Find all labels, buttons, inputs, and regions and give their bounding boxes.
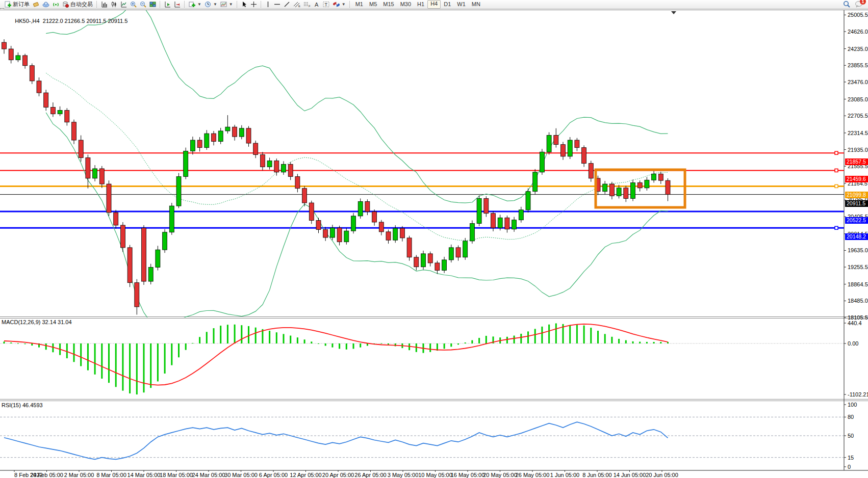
candle-body — [127, 248, 132, 283]
chart-canvas[interactable]: 25005.524626.024235.023855.523476.023085… — [0, 9, 868, 478]
candle-body — [2, 42, 7, 49]
trendline-button[interactable] — [282, 1, 292, 9]
macd-histogram-bar — [429, 343, 431, 352]
tile-windows-button[interactable] — [148, 1, 158, 9]
candle-body — [218, 131, 223, 142]
auto-trading-button[interactable]: 自动交易 — [61, 1, 94, 9]
arrows-button[interactable]: ▼ — [331, 1, 347, 9]
templates-button[interactable]: ▼ — [219, 1, 235, 9]
macd-histogram-bar — [192, 343, 193, 343]
bar-chart-icon — [101, 1, 108, 8]
candle-body — [205, 134, 209, 148]
fibonacci-icon: F — [303, 1, 311, 8]
line-handle[interactable] — [835, 184, 838, 188]
macd-histogram-bar — [360, 343, 361, 348]
timeframe-button-h4[interactable]: H4 — [427, 0, 441, 9]
macd-histogram-bar — [353, 343, 354, 349]
timeframe-button-m30[interactable]: M30 — [397, 1, 414, 8]
macd-histogram-bar — [241, 325, 242, 343]
line-handle[interactable] — [835, 151, 838, 154]
candle-body — [400, 228, 404, 238]
bar-chart-button[interactable] — [99, 1, 109, 9]
macd-histogram-bar — [297, 337, 298, 343]
candle-body — [302, 189, 307, 203]
candle-body — [253, 143, 258, 154]
timeframe-button-m1[interactable]: M1 — [352, 1, 366, 8]
candle-body — [498, 218, 502, 228]
candle-body — [72, 122, 76, 140]
macd-histogram-bar — [311, 341, 312, 343]
time-axis-label: 24 Feb 05:00 — [30, 472, 63, 478]
macd-histogram-bar — [129, 343, 131, 393]
candle-chart-button[interactable] — [109, 1, 119, 9]
timeframe-button-m15[interactable]: M15 — [380, 1, 397, 8]
candle-body — [386, 232, 391, 240]
timeframe-button-d1[interactable]: D1 — [441, 1, 454, 8]
macd-histogram-bar — [283, 334, 285, 343]
price-axis-tick: 23855.5 — [848, 62, 868, 68]
eraser-button[interactable] — [31, 1, 41, 9]
candle-body — [533, 172, 538, 192]
price-axis-tick: 18485.0 — [848, 298, 868, 304]
candle-body — [631, 182, 635, 198]
equidistant-channel-button[interactable]: E — [292, 1, 302, 9]
crosshair-button[interactable] — [249, 1, 259, 9]
trendline-icon — [284, 1, 290, 8]
candle-body — [393, 228, 398, 240]
horizontal-line-icon — [274, 1, 280, 8]
text-button[interactable]: A — [312, 1, 321, 9]
candle-body — [421, 254, 426, 267]
chart-window: 25005.524626.024235.023855.523476.023085… — [0, 9, 868, 478]
candle-body — [463, 241, 468, 257]
candle-body — [428, 254, 432, 263]
fibonacci-button[interactable]: F — [302, 1, 312, 9]
indicators-button[interactable]: ▼ — [187, 1, 203, 9]
rsi-axis-tick: 80 — [848, 414, 854, 420]
timeframe-button-w1[interactable]: W1 — [454, 1, 469, 8]
vertical-line-button[interactable] — [264, 1, 272, 9]
cursor-button[interactable] — [240, 1, 249, 9]
macd-histogram-bar — [94, 343, 96, 375]
candle-body — [65, 111, 69, 122]
search-icon[interactable] — [843, 1, 851, 8]
profile-button[interactable] — [41, 1, 51, 9]
zoom-in-button[interactable] — [129, 1, 138, 9]
macd-histogram-bar — [325, 343, 326, 346]
zoom-in-icon — [130, 1, 137, 8]
rsi-axis-tick: 0 — [848, 464, 851, 470]
candle-body — [169, 206, 174, 232]
timeframe-button-mn[interactable]: MN — [469, 1, 483, 8]
chart-shift-button[interactable] — [172, 1, 182, 9]
macd-histogram-bar — [164, 343, 166, 374]
candle-body — [288, 164, 293, 176]
add-indicator-icon — [189, 1, 195, 8]
macd-histogram-bar — [255, 328, 257, 343]
signal-button[interactable] — [51, 1, 61, 9]
periods-button[interactable]: ▼ — [203, 1, 219, 9]
price-axis-tick: 19255.5 — [848, 264, 868, 270]
candle-body — [470, 224, 474, 241]
line-handle[interactable] — [835, 169, 838, 172]
candlestick-chart-icon — [111, 1, 117, 8]
dropdown-arrow-icon: ▼ — [213, 2, 217, 7]
notifications-button[interactable]: 1 — [855, 1, 863, 9]
line-chart-button[interactable] — [119, 1, 129, 9]
vertical-line-icon — [265, 1, 271, 8]
candle-body — [505, 218, 509, 229]
macd-histogram-bar — [632, 341, 634, 343]
candle-body — [658, 174, 663, 180]
auto-scroll-button[interactable] — [163, 1, 172, 9]
new-order-button[interactable]: 新订单 — [3, 1, 31, 9]
text-label-button[interactable]: T — [321, 1, 331, 9]
dropdown-arrow-icon: ▼ — [342, 2, 346, 7]
time-axis-label: 20 May 05:00 — [483, 472, 517, 478]
zoom-out-button[interactable] — [138, 1, 148, 9]
line-handle[interactable] — [835, 226, 838, 229]
horizontal-line-button[interactable] — [272, 1, 282, 9]
symbol-period-label: HK50-,H4 — [15, 18, 39, 24]
candle-body — [9, 49, 13, 60]
timeframe-button-m5[interactable]: M5 — [366, 1, 380, 8]
candle-body — [456, 248, 461, 257]
timeframe-button-h1[interactable]: H1 — [414, 1, 427, 8]
macd-histogram-bar — [227, 325, 228, 343]
